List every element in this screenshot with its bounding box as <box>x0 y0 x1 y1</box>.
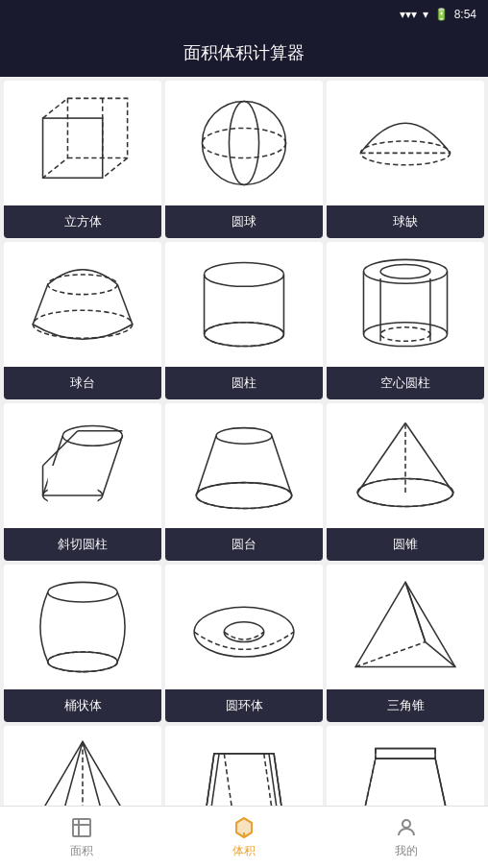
battery-icon: 🔋 <box>434 8 449 21</box>
svg-line-39 <box>357 422 405 493</box>
shape-label-barrel: 桶状体 <box>4 689 161 722</box>
time-display: 8:54 <box>454 8 476 21</box>
title-bar: 面积体积计算器 <box>0 29 488 77</box>
shape-image-cylinder <box>165 242 323 367</box>
svg-point-16 <box>363 259 447 283</box>
svg-point-7 <box>48 275 118 295</box>
bottom-nav: 面积体积我的 <box>0 806 488 868</box>
shape-card-spherical-segment[interactable]: 球台 <box>4 242 161 399</box>
shape-label-cube: 立方体 <box>4 205 161 238</box>
shape-image-torus <box>165 565 323 689</box>
svg-line-55 <box>83 741 108 806</box>
shapes-grid: 立方体 圆球 球缺 球台 圆柱 空心圆柱 <box>4 81 484 806</box>
shape-card-spherical-cap[interactable]: 球缺 <box>327 81 484 238</box>
nav-label-area: 面积 <box>70 843 93 859</box>
shape-card-cylinder[interactable]: 圆柱 <box>165 242 323 399</box>
svg-point-2 <box>202 101 285 184</box>
wifi-icon: ▾ <box>423 8 428 21</box>
svg-point-17 <box>380 265 430 279</box>
shape-label-sphere: 圆球 <box>165 205 323 238</box>
svg-point-78 <box>403 820 410 828</box>
svg-point-46 <box>194 607 294 657</box>
shape-image-sphere <box>165 81 323 205</box>
shape-card-barrel[interactable]: 桶状体 <box>4 565 161 722</box>
svg-point-19 <box>380 327 430 342</box>
shape-image-cone <box>327 403 484 528</box>
shape-image-prismatoid <box>165 726 323 806</box>
shape-label-oblique-cylinder: 斜切圆柱 <box>4 528 161 561</box>
svg-line-75 <box>435 759 451 806</box>
svg-point-4 <box>229 101 258 184</box>
svg-line-40 <box>405 422 453 493</box>
shape-image-frustum-cone <box>165 403 323 528</box>
shape-card-frustum[interactable]: 棱台 <box>327 726 484 806</box>
shape-label-frustum-cone: 圆台 <box>165 528 323 561</box>
shape-label-torus: 圆环体 <box>165 689 323 722</box>
shape-image-frustum <box>327 726 484 806</box>
app-title: 面积体积计算器 <box>183 41 305 64</box>
shape-card-oblique-cylinder[interactable]: 斜切圆柱 <box>4 403 161 561</box>
svg-rect-69 <box>376 749 435 759</box>
svg-line-31 <box>43 431 78 466</box>
shape-label-hollow-cylinder: 空心圆柱 <box>327 367 484 399</box>
shape-image-triangular-pyramid <box>327 565 484 689</box>
svg-line-74 <box>360 759 376 806</box>
shape-card-frustum-cone[interactable]: 圆台 <box>165 403 323 561</box>
shape-card-prismatoid[interactable]: 梯形体 <box>165 726 323 806</box>
svg-line-51 <box>426 642 455 667</box>
svg-line-10 <box>117 284 133 324</box>
shape-image-spherical-cap <box>327 81 484 205</box>
svg-point-43 <box>48 582 118 602</box>
shape-label-spherical-segment: 球台 <box>4 367 161 399</box>
svg-point-3 <box>202 128 285 157</box>
nav-icon-volume <box>232 816 256 839</box>
svg-point-11 <box>205 262 284 286</box>
shape-card-pyramid[interactable]: 棱锥体 <box>4 726 161 806</box>
svg-marker-62 <box>209 754 280 806</box>
shape-label-triangular-pyramid: 三角锥 <box>327 689 484 722</box>
svg-line-67 <box>224 754 233 806</box>
svg-rect-28 <box>48 466 98 511</box>
signal-icon: ▾▾▾ <box>400 8 417 21</box>
shape-card-sphere[interactable]: 圆球 <box>165 81 323 238</box>
svg-rect-77 <box>73 819 90 836</box>
svg-line-54 <box>58 741 83 806</box>
shape-card-triangular-pyramid[interactable]: 三角锥 <box>327 565 484 722</box>
nav-icon-profile <box>395 816 418 839</box>
shape-image-barrel <box>4 565 161 689</box>
shape-card-cone[interactable]: 圆锥 <box>327 403 484 561</box>
main-content: 立方体 圆球 球缺 球台 圆柱 空心圆柱 <box>0 77 488 806</box>
shape-image-pyramid <box>4 726 161 806</box>
nav-icon-area <box>70 816 93 839</box>
shape-label-spherical-cap: 球缺 <box>327 205 484 238</box>
svg-line-35 <box>196 436 216 495</box>
shape-image-cube <box>4 81 161 205</box>
shape-image-oblique-cylinder <box>4 403 161 528</box>
svg-line-50 <box>355 642 426 667</box>
shape-card-torus[interactable]: 圆环体 <box>165 565 323 722</box>
status-bar: ▾▾▾ ▾ 🔋 8:54 <box>0 0 488 29</box>
shape-card-hollow-cylinder[interactable]: 空心圆柱 <box>327 242 484 399</box>
shape-image-spherical-segment <box>4 242 161 367</box>
svg-rect-0 <box>43 118 103 178</box>
nav-item-profile[interactable]: 我的 <box>326 816 488 859</box>
svg-point-18 <box>363 323 447 347</box>
shape-card-cube[interactable]: 立方体 <box>4 81 161 238</box>
shape-image-hollow-cylinder <box>327 242 484 367</box>
svg-line-9 <box>33 284 48 324</box>
nav-label-profile: 我的 <box>395 843 418 859</box>
nav-item-volume[interactable]: 体积 <box>162 816 325 859</box>
nav-label-volume: 体积 <box>232 843 256 859</box>
shape-label-cylinder: 圆柱 <box>165 367 323 399</box>
svg-point-8 <box>33 310 133 338</box>
svg-point-47 <box>224 622 263 642</box>
svg-line-36 <box>272 436 292 495</box>
nav-item-area[interactable]: 面积 <box>0 816 162 859</box>
svg-point-33 <box>216 428 272 445</box>
shape-label-cone: 圆锥 <box>327 528 484 561</box>
